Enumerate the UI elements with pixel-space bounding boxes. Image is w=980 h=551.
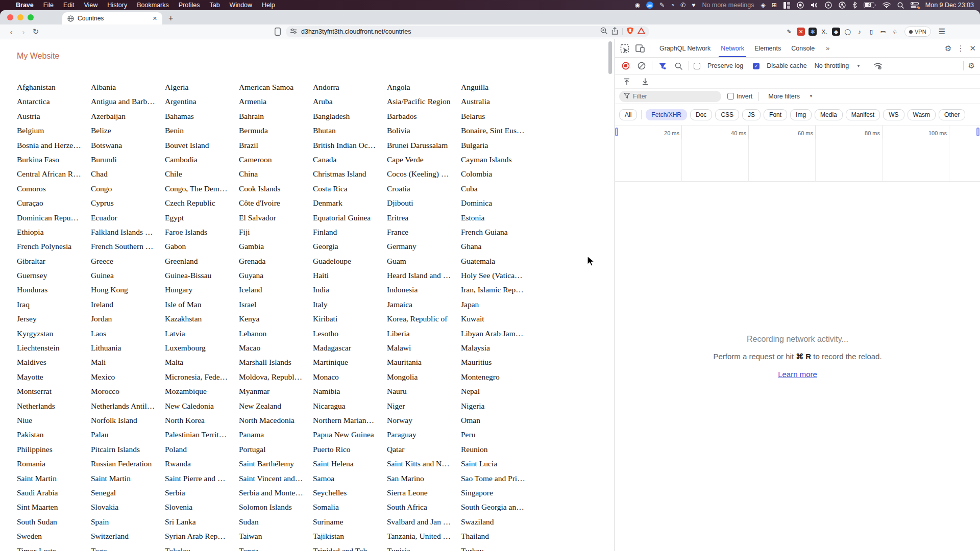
- preserve-log-label[interactable]: Preserve log: [707, 62, 743, 69]
- filter-chip-js[interactable]: JS: [742, 109, 761, 120]
- record-network-log-button[interactable]: [620, 60, 631, 71]
- close-window-button[interactable]: [7, 14, 13, 20]
- menu-help[interactable]: Help: [262, 2, 275, 9]
- red-extension-icon[interactable]: ✕: [797, 28, 805, 36]
- preserve-log-checkbox[interactable]: [694, 63, 700, 69]
- dark-extension-icon[interactable]: ◆: [832, 28, 840, 36]
- wifi-icon[interactable]: [883, 2, 891, 8]
- devtools-tab-elements[interactable]: Elements: [749, 39, 786, 57]
- vpn-button[interactable]: VPN: [904, 27, 931, 37]
- devtools-tab-console[interactable]: Console: [786, 39, 820, 57]
- menu-window[interactable]: Window: [230, 2, 252, 9]
- filter-chip-all[interactable]: All: [619, 109, 637, 120]
- site-settings-icon[interactable]: [290, 27, 297, 36]
- volume-icon[interactable]: [811, 2, 818, 8]
- export-har-icon[interactable]: [640, 76, 651, 87]
- devtools-tab-graphql-network[interactable]: GraphQL Network: [654, 39, 716, 57]
- back-button[interactable]: ‹: [5, 28, 17, 36]
- more-filters-caret-icon[interactable]: ▼: [809, 94, 813, 98]
- scribble-app-icon[interactable]: ✎: [659, 2, 665, 8]
- filter-funnel-icon[interactable]: [657, 60, 668, 71]
- timeline-right-bracket[interactable]: [976, 128, 979, 136]
- columns-extension-icon[interactable]: ▯: [867, 28, 875, 36]
- compass-app-icon[interactable]: ◈: [761, 2, 766, 8]
- filter-chip-manifest[interactable]: Manifest: [846, 109, 880, 120]
- filter-chip-font[interactable]: Font: [764, 109, 787, 120]
- play-circle-icon[interactable]: [825, 2, 832, 9]
- filter-chip-doc[interactable]: Doc: [690, 109, 712, 120]
- import-har-icon[interactable]: [621, 76, 632, 87]
- card-extension-icon[interactable]: ▭: [879, 28, 887, 36]
- screen-recording-icon[interactable]: ◉: [634, 2, 640, 8]
- filter-chip-wasm[interactable]: Wasm: [908, 109, 936, 120]
- ring-extension-icon[interactable]: ◯: [844, 28, 852, 36]
- timeline-left-bracket[interactable]: [615, 128, 618, 136]
- throttling-dropdown[interactable]: No throttling: [815, 62, 849, 69]
- maximize-window-button[interactable]: [28, 14, 34, 20]
- control-center-icon[interactable]: [911, 2, 919, 8]
- filter-input[interactable]: [633, 93, 709, 100]
- tab-close-icon[interactable]: ✕: [153, 15, 157, 22]
- forward-button[interactable]: ›: [17, 28, 30, 36]
- phone-app-icon[interactable]: ✆: [680, 2, 685, 8]
- network-settings-gear-icon[interactable]: ⚙: [968, 61, 975, 70]
- meetings-status-text[interactable]: No more meetings: [702, 2, 754, 9]
- menu-bookmarks[interactable]: Bookmarks: [137, 2, 169, 9]
- url-bar[interactable]: d3hzn3tyfnt3th.cloudfront.net/countries: [286, 26, 649, 37]
- menu-brave[interactable]: Brave: [16, 2, 34, 9]
- battery-icon[interactable]: [864, 2, 876, 8]
- menu-file[interactable]: File: [43, 2, 54, 9]
- devtools-kebab-menu-icon[interactable]: ⋮: [957, 44, 964, 53]
- search-network-icon[interactable]: [673, 60, 684, 71]
- filter-chip-fetch-xhr[interactable]: Fetch/XHR: [646, 109, 687, 120]
- share-icon[interactable]: [611, 27, 618, 37]
- invert-checkbox[interactable]: [727, 93, 734, 99]
- devtools-close-icon[interactable]: ✕: [969, 44, 976, 53]
- pen-extension-icon[interactable]: ✎: [785, 28, 793, 36]
- filter-chip-css[interactable]: CSS: [715, 109, 739, 120]
- music-extension-icon[interactable]: ♪: [855, 28, 864, 36]
- time-tracker-icon[interactable]: ◔: [671, 2, 674, 8]
- zoom-app-icon[interactable]: zm: [646, 2, 653, 9]
- minimize-window-button[interactable]: [17, 14, 23, 20]
- network-conditions-icon[interactable]: [872, 60, 884, 71]
- filter-input-pill[interactable]: [619, 91, 721, 102]
- pixel-extension-icon[interactable]: ✱: [808, 28, 817, 36]
- filter-chip-img[interactable]: Img: [790, 109, 812, 120]
- brave-rewards-triangle-icon[interactable]: [638, 27, 645, 36]
- page-scrollbar[interactable]: [608, 41, 612, 74]
- browser-menu-icon[interactable]: ☰: [939, 27, 945, 36]
- menu-tab[interactable]: Tab: [209, 2, 219, 9]
- menu-clock[interactable]: Mon 9 Dec 23:03: [925, 2, 974, 9]
- clear-network-log-button[interactable]: [636, 60, 647, 71]
- record-menu-icon[interactable]: [797, 2, 804, 9]
- menu-view[interactable]: View: [84, 2, 97, 9]
- filter-chip-ws[interactable]: WS: [883, 109, 904, 120]
- more-tabs-chevron[interactable]: »: [824, 44, 831, 52]
- x-extension-icon[interactable]: X.: [820, 28, 828, 36]
- invert-label[interactable]: Invert: [737, 93, 752, 100]
- learn-more-link[interactable]: Learn more: [778, 370, 817, 379]
- user-circle-icon[interactable]: [839, 2, 846, 9]
- throttling-caret-icon[interactable]: ▼: [856, 64, 861, 68]
- menu-profiles[interactable]: Profiles: [179, 2, 200, 9]
- tiles-icon[interactable]: [783, 2, 790, 9]
- new-tab-button[interactable]: +: [168, 14, 173, 23]
- reading-list-icon[interactable]: [275, 28, 281, 36]
- inspect-element-icon[interactable]: [619, 43, 630, 54]
- filter-chip-media[interactable]: Media: [815, 109, 843, 120]
- menu-history[interactable]: History: [107, 2, 127, 9]
- devtools-tab-network[interactable]: Network: [716, 39, 749, 57]
- heart-app-icon[interactable]: ♥: [692, 2, 695, 8]
- spade-extension-icon[interactable]: ♤: [891, 28, 899, 36]
- disable-cache-label[interactable]: Disable cache: [767, 62, 807, 69]
- spotlight-search-icon[interactable]: [897, 2, 904, 9]
- brave-shield-icon[interactable]: [627, 27, 633, 37]
- url-text[interactable]: d3hzn3tyfnt3th.cloudfront.net/countries: [301, 28, 596, 35]
- more-filters-button[interactable]: More filters: [768, 93, 800, 100]
- disable-cache-checkbox[interactable]: ✓: [753, 63, 760, 69]
- device-toolbar-icon[interactable]: [634, 43, 646, 54]
- tab-countries[interactable]: Countries ✕: [62, 12, 162, 24]
- devtools-settings-gear-icon[interactable]: ⚙: [945, 44, 951, 53]
- window-manager-icon[interactable]: ⊞: [772, 2, 777, 8]
